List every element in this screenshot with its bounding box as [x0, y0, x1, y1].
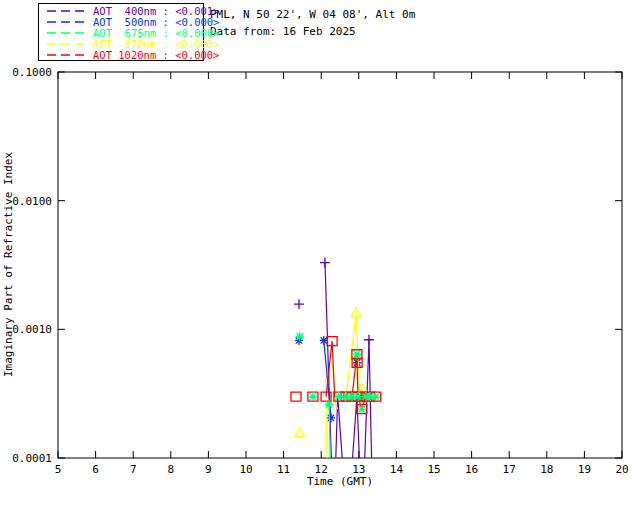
legend-dash-sample [47, 30, 87, 36]
legend-item: AOT 400nm : <0.001> [39, 5, 203, 16]
y-axis-label: Imaginary Part of Refractive Index [2, 140, 15, 390]
x-tick-label: 13 [344, 463, 374, 476]
data-marker-675nm [372, 392, 380, 401]
data-marker-1020nm [291, 392, 301, 401]
data-marker-400nm [320, 258, 330, 268]
data-date-text: Data from: 16 Feb 2025 [210, 25, 356, 38]
legend-item-label: AOT 1020nm : <0.000> [93, 49, 219, 61]
x-tick-label: 14 [381, 463, 411, 476]
data-marker-400nm [294, 299, 304, 309]
legend-dash-sample [47, 19, 87, 25]
y-tick-label: 0.0100 [6, 195, 52, 208]
data-marker-675nm [358, 405, 366, 414]
y-tick-label: 0.0010 [6, 323, 52, 336]
data-marker-675nm [309, 392, 317, 401]
plot-frame [58, 72, 622, 458]
legend-dash-sample [47, 41, 87, 47]
data-marker-675nm [354, 392, 362, 401]
x-tick-label: 18 [532, 463, 562, 476]
site-location-text: PML, N 50 22', W 04 08', Alt 0m [210, 8, 415, 21]
x-tick-label: 6 [81, 463, 111, 476]
legend-item: AOT 675nm : <0.000> [39, 27, 203, 38]
data-marker-500nm [327, 413, 335, 422]
data-marker-400nm [364, 335, 374, 345]
x-tick-label: 15 [419, 463, 449, 476]
series-line-870nm [326, 378, 328, 512]
legend-item: AOT 1020nm : <0.000> [39, 49, 203, 60]
data-marker-675nm [353, 350, 361, 359]
data-marker-870nm [295, 428, 305, 437]
legend-item: AOT 500nm : <0.000> [39, 16, 203, 27]
plot-header: PML, N 50 22', W 04 08', Alt 0mData from… [210, 6, 415, 40]
x-tick-label: 10 [231, 463, 261, 476]
legend-item: AOT 870nm : <0.000> [39, 38, 203, 49]
x-axis-label: Time (GMT) [240, 475, 440, 488]
x-tick-label: 8 [156, 463, 186, 476]
x-tick-label: 20 [607, 463, 637, 476]
legend-dash-sample [47, 52, 87, 58]
data-marker-675nm [335, 392, 343, 401]
legend-dash-sample [47, 8, 87, 14]
data-marker-675nm [325, 400, 333, 409]
x-tick-label: 19 [569, 463, 599, 476]
data-marker-675nm [296, 332, 304, 341]
aeronet-refractive-index-plot: AOT 400nm : <0.001>AOT 500nm : <0.000>AO… [0, 0, 640, 512]
x-tick-label: 12 [306, 463, 336, 476]
x-tick-label: 9 [193, 463, 223, 476]
x-tick-label: 7 [118, 463, 148, 476]
x-tick-label: 16 [457, 463, 487, 476]
chart-canvas [0, 0, 640, 512]
y-tick-label: 0.0001 [6, 452, 52, 465]
y-tick-label: 0.1000 [6, 66, 52, 79]
x-tick-label: 11 [269, 463, 299, 476]
legend-box: AOT 400nm : <0.001>AOT 500nm : <0.000>AO… [38, 3, 204, 61]
x-tick-label: 17 [494, 463, 524, 476]
